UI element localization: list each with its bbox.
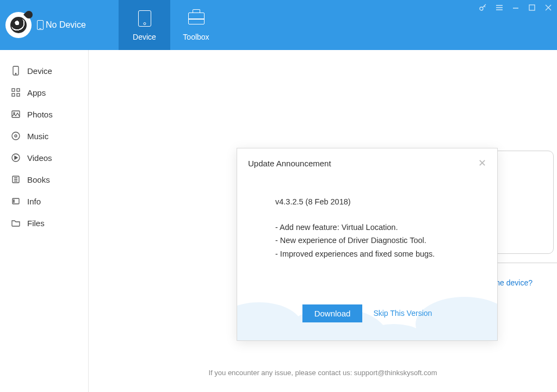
sidebar-item-label: Books: [27, 175, 50, 184]
ipad-icon: [135, 9, 154, 28]
modal-footer: Download Skip This Version: [237, 286, 497, 340]
sidebar-item-books[interactable]: Books: [0, 169, 88, 190]
update-modal: Update Announcement ✕ v4.3.2.5 (8 Feb 20…: [237, 148, 498, 341]
sidebar-item-apps[interactable]: Apps: [0, 82, 88, 103]
minimize-icon[interactable]: [511, 3, 520, 12]
header-tabs: Device Toolbox: [119, 0, 222, 50]
modal-close-icon[interactable]: ✕: [478, 157, 486, 169]
tab-toolbox[interactable]: Toolbox: [170, 0, 222, 50]
sidebar-item-label: Device: [27, 66, 52, 76]
phone-icon: [37, 20, 44, 30]
svg-point-11: [15, 135, 17, 137]
modal-change-1: - New experience of Driver Diagnostic To…: [275, 234, 459, 247]
body: Device Apps Photos Music Videos Books In…: [0, 50, 557, 392]
tab-toolbox-label: Toolbox: [183, 33, 209, 41]
apps-icon: [11, 88, 21, 97]
sidebar-item-label: Videos: [27, 153, 52, 163]
modal-change-0: - Add new feature: Virtual Location.: [275, 221, 459, 234]
svg-rect-1: [529, 5, 535, 10]
files-icon: [11, 218, 21, 228]
svg-point-9: [14, 113, 15, 114]
svg-point-17: [14, 202, 14, 202]
modal-title-text: Update Announcement: [248, 159, 331, 168]
sidebar-item-label: Photos: [27, 110, 53, 119]
window-controls: [479, 3, 553, 12]
sidebar-item-info[interactable]: Info: [0, 190, 88, 212]
sidebar-item-label: Info: [27, 197, 41, 206]
sidebar-item-label: Files: [27, 219, 45, 228]
modal-change-2: - Improved experiences and fixed some bu…: [275, 247, 459, 261]
tab-device-label: Device: [133, 33, 156, 41]
svg-point-16: [14, 201, 14, 201]
books-icon: [11, 175, 21, 184]
sidebar-item-videos[interactable]: Videos: [0, 147, 88, 169]
tab-device[interactable]: Device: [119, 0, 170, 50]
footer-text: If you encounter any issue, please conta…: [89, 369, 557, 377]
key-icon[interactable]: [479, 3, 487, 12]
modal-body: v4.3.2.5 (8 Feb 2018) - Add new feature:…: [237, 173, 497, 286]
sidebar-item-device[interactable]: Device: [0, 60, 88, 82]
device-status-text: No Device: [46, 20, 86, 30]
download-button[interactable]: Download: [302, 304, 363, 322]
videos-icon: [11, 153, 21, 163]
svg-rect-4: [12, 89, 15, 91]
svg-rect-7: [17, 94, 20, 96]
sidebar-item-files[interactable]: Files: [0, 212, 88, 234]
music-icon: [11, 131, 21, 141]
toolbox-icon: [187, 9, 206, 28]
skip-version-link[interactable]: Skip This Version: [373, 309, 432, 318]
header: No Device Device Toolbox: [0, 0, 557, 50]
svg-point-3: [15, 73, 16, 74]
modal-version: v4.3.2.5 (8 Feb 2018): [275, 195, 459, 209]
svg-rect-5: [17, 89, 20, 91]
photos-icon: [11, 109, 21, 119]
info-icon: [11, 196, 21, 206]
header-left: No Device: [0, 0, 119, 50]
device-status: No Device: [37, 20, 86, 30]
app-logo: [5, 12, 32, 38]
sidebar-item-photos[interactable]: Photos: [0, 103, 88, 125]
svg-rect-6: [12, 94, 15, 96]
maximize-icon[interactable]: [528, 3, 536, 12]
device-icon: [11, 66, 21, 76]
sidebar: Device Apps Photos Music Videos Books In…: [0, 50, 89, 392]
sidebar-item-music[interactable]: Music: [0, 125, 88, 147]
svg-point-0: [480, 7, 483, 10]
svg-point-15: [14, 200, 14, 200]
sidebar-item-label: Music: [27, 132, 48, 141]
modal-header: Update Announcement ✕: [237, 148, 497, 173]
sidebar-item-label: Apps: [27, 88, 46, 97]
menu-icon[interactable]: [495, 3, 504, 12]
main: ? Cannot recognize the device? If you en…: [89, 50, 557, 392]
close-icon[interactable]: [544, 3, 553, 12]
svg-point-10: [12, 132, 20, 140]
